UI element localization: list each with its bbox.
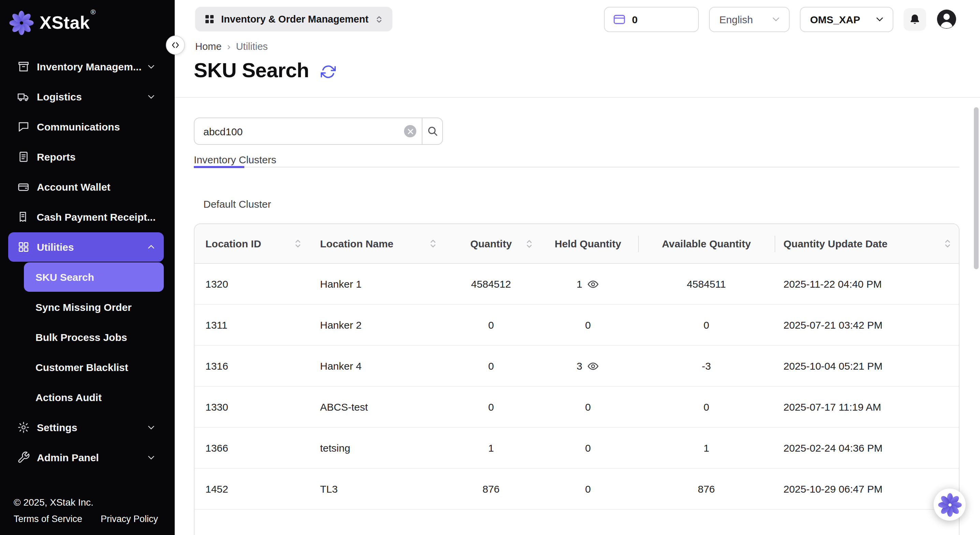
- sidebar-subitem-customer-blacklist[interactable]: Customer Blacklist: [24, 353, 164, 382]
- cell-location-id: 1452: [194, 469, 309, 509]
- sidebar-item-label: Admin Panel: [37, 452, 99, 463]
- wallet-balance-button[interactable]: 0: [604, 6, 699, 32]
- sidebar-item-settings[interactable]: Settings: [8, 413, 164, 442]
- app-switcher-label: Inventory & Order Management: [221, 14, 369, 25]
- content-area: Inventory Clusters Default Cluster Locat…: [175, 98, 980, 535]
- eye-icon[interactable]: [587, 278, 599, 290]
- cell-location-id: 1311: [194, 305, 309, 345]
- sidebar-item-label: Cash Payment Receipt...: [37, 211, 156, 223]
- sidebar-collapse-button[interactable]: [166, 35, 185, 55]
- topbar: Inventory & Order Management 0 English O…: [194, 0, 980, 33]
- breadcrumb-home[interactable]: Home: [195, 41, 221, 51]
- terms-of-service-link[interactable]: Terms of Service: [14, 514, 82, 524]
- cell-location-id: 1316: [194, 346, 309, 386]
- cell-held-quantity: 0: [538, 305, 638, 345]
- sidebar-item-utilities[interactable]: Utilities: [8, 232, 164, 262]
- eye-icon[interactable]: [587, 360, 599, 372]
- table-row: 1311 Hanker 2 0 0 0 2025-07-21 03:42 PM: [194, 305, 959, 346]
- sidebar-subitem-bulk-process-jobs[interactable]: Bulk Process Jobs: [24, 323, 164, 352]
- privacy-policy-link[interactable]: Privacy Policy: [101, 514, 158, 524]
- breadcrumb: Home › Utilities: [195, 40, 980, 52]
- sku-search-input[interactable]: [194, 118, 422, 145]
- sidebar-item-label: Account Wallet: [37, 181, 111, 193]
- page-header: Inventory & Order Management 0 English O…: [175, 0, 980, 98]
- search-row: [194, 118, 959, 145]
- chat-widget-flower-icon: [937, 492, 962, 517]
- cell-available-quantity: 1: [638, 428, 775, 468]
- refresh-button[interactable]: [321, 64, 336, 79]
- sidebar-item-account-wallet[interactable]: Account Wallet: [8, 172, 164, 201]
- cell-location-id: 1366: [194, 428, 309, 468]
- sidebar-subitem-sku-search[interactable]: SKU Search: [24, 262, 164, 292]
- cell-quantity: 1: [444, 428, 538, 468]
- chevron-down-icon: [147, 92, 156, 101]
- cell-location-name: TL3: [309, 469, 444, 509]
- cell-quantity: 0: [444, 305, 538, 345]
- user-avatar[interactable]: [936, 9, 957, 29]
- chat-widget-button[interactable]: [934, 489, 966, 521]
- search-icon: [426, 125, 439, 137]
- refresh-icon: [321, 64, 336, 79]
- language-selected-value: English: [719, 13, 753, 25]
- page-scrollbar-thumb[interactable]: [974, 107, 978, 269]
- xstak-flower-logo-icon: [9, 10, 34, 35]
- cell-available-quantity: 4584511: [638, 264, 775, 304]
- cell-location-name: ABCS-test: [309, 387, 444, 427]
- cell-quantity: 0: [444, 346, 538, 386]
- sidebar-item-logistics[interactable]: Logistics: [8, 82, 164, 111]
- topbar-right: 0 English OMS_XAP: [604, 6, 957, 32]
- cell-quantity: 4584512: [444, 264, 538, 304]
- table-row: 1330 ABCS-test 0 0 0 2025-07-17 11:19 AM: [194, 387, 959, 428]
- cell-held-quantity: 0: [538, 387, 638, 427]
- breadcrumb-current: Utilities: [236, 41, 267, 51]
- cell-held-quantity: 1: [538, 264, 638, 304]
- table-header-row: Location ID Location Name Quantity Held …: [194, 224, 959, 264]
- clear-input-icon[interactable]: [404, 125, 416, 137]
- collapse-sidebar-icon: [170, 41, 180, 49]
- sort-icon: [943, 238, 952, 249]
- sidebar-item-reports[interactable]: Reports: [8, 142, 164, 171]
- sidebar-item-label: Reports: [37, 151, 75, 163]
- sort-icon: [293, 238, 302, 249]
- bell-icon: [908, 13, 921, 26]
- sidebar-item-admin-panel[interactable]: Admin Panel: [8, 443, 164, 472]
- workspace-select[interactable]: OMS_XAP: [800, 6, 893, 32]
- main-content: Inventory & Order Management 0 English O…: [175, 0, 980, 535]
- chevron-up-icon: [147, 243, 156, 251]
- column-header-held-quantity: Held Quantity: [538, 224, 638, 263]
- sidebar-subitem-actions-audit[interactable]: Actions Audit: [24, 383, 164, 412]
- sidebar-item-label: Settings: [37, 422, 77, 433]
- page-title: SKU Search: [194, 59, 309, 82]
- app-switcher[interactable]: Inventory & Order Management: [195, 7, 392, 32]
- tab-label: Inventory Clusters: [194, 154, 277, 165]
- table-row: 1316 Hanker 4 0 3 -3 2025-10-04 05:21 PM: [194, 346, 959, 387]
- column-header-location-name[interactable]: Location Name: [309, 224, 444, 263]
- sidebar-item-label: Utilities: [37, 241, 74, 253]
- cell-quantity: 876: [444, 469, 538, 509]
- app-root: XStak® Inventory Managem... Logistics: [0, 0, 980, 535]
- cell-held-quantity: 3: [538, 346, 638, 386]
- cell-location-name: Hanker 1: [309, 264, 444, 304]
- tab-inventory-clusters[interactable]: Inventory Clusters: [194, 154, 277, 167]
- sidebar: XStak® Inventory Managem... Logistics: [0, 0, 175, 535]
- table-overflow-area: [194, 510, 959, 535]
- utilities-submenu: SKU Search Sync Missing Order Bulk Proce…: [0, 262, 175, 412]
- active-tab-indicator: [194, 166, 244, 168]
- column-header-quantity-update-date[interactable]: Quantity Update Date: [775, 224, 959, 263]
- cell-held-quantity: 0: [538, 428, 638, 468]
- sidebar-subitem-sync-missing-order[interactable]: Sync Missing Order: [24, 292, 164, 322]
- cell-location-name: Hanker 2: [309, 305, 444, 345]
- search-button[interactable]: [422, 118, 443, 145]
- logistics-truck-icon: [16, 90, 30, 104]
- column-header-location-id[interactable]: Location ID: [194, 224, 309, 263]
- cash-receipt-icon: [16, 210, 30, 224]
- sidebar-item-cash-payment-receipt[interactable]: Cash Payment Receipt...: [8, 202, 164, 232]
- language-select[interactable]: English: [709, 6, 790, 32]
- sidebar-item-communications[interactable]: Communications: [8, 112, 164, 141]
- notifications-button[interactable]: [904, 8, 926, 30]
- brand-name: XStak®: [40, 12, 96, 33]
- sidebar-item-inventory-management[interactable]: Inventory Managem...: [8, 52, 164, 81]
- table-row: 1452 TL3 876 0 876 2025-10-29 06:47 PM: [194, 469, 959, 510]
- avatar-icon: [936, 9, 957, 29]
- column-header-quantity[interactable]: Quantity: [444, 224, 538, 263]
